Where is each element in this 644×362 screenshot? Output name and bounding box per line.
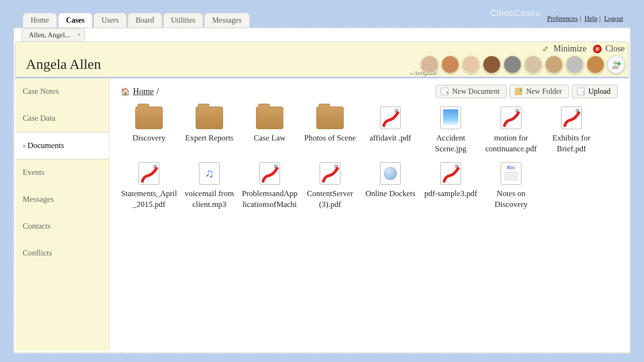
file-label: ProblemsandApplicationsofMachine [241,189,298,210]
folder-item[interactable]: Expert Reports [181,107,238,155]
file-label: ContentServer (3).pdf [302,189,358,210]
file-item[interactable]: AbcNotes on Discovery [483,162,539,210]
sidebar-item-case-notes[interactable]: Case Notes [15,78,109,105]
nav-messages[interactable]: Messages [204,13,249,27]
new-document-icon [441,88,448,95]
avatar[interactable] [482,55,501,74]
file-label: Notes on Discovery [483,189,539,210]
file-label: motion for continuance.pdf [483,133,539,155]
upload-icon [577,88,585,95]
documents-pane: 🏠 Home/ New Document New Folder [109,78,629,351]
folder-icon [316,107,344,129]
avatar[interactable] [545,55,563,74]
upload-button[interactable]: Upload [572,85,618,98]
breadcrumb-home[interactable]: Home [133,87,154,97]
close-button[interactable]: ✕ Close [593,44,625,54]
sidebar-item-case-data[interactable]: Case Data [15,105,109,132]
new-folder-button[interactable]: New Folder [510,85,569,98]
link-preferences[interactable]: Preferences [547,15,578,22]
close-tab-icon[interactable]: × [78,32,81,37]
avatar[interactable] [524,55,543,74]
pdf-icon [561,107,582,129]
image-file-icon [440,107,461,129]
folder-item[interactable]: Case Law [241,107,298,155]
file-label: Exhibits for Brief.pdf [543,133,600,155]
file-label: Photos of Scene [302,133,358,144]
case-sidebar: Case Notes Case Data Documents Events Me… [15,78,109,351]
file-label: Case Law [241,133,298,144]
case-title: Angela Allen [26,56,101,72]
pdf-icon [380,107,401,129]
file-label: pdf-sample3.pdf [422,189,479,199]
file-item[interactable]: ProblemsandApplicationsofMachine [241,162,298,210]
nav-home[interactable]: Home [23,13,57,27]
breadcrumb: 🏠 Home/ [121,87,159,97]
nav-users[interactable]: Users [93,13,126,27]
avatar[interactable] [420,55,439,74]
new-folder-icon [515,88,522,95]
file-grid: DiscoveryExpert ReportsCase LawPhotos of… [121,107,618,210]
app-logo: ClinicCases [490,8,540,18]
pdf-icon [320,162,340,185]
avatar[interactable] [586,55,605,74]
add-user-icon [611,59,621,70]
case-tab[interactable]: Allen, Angel... × [22,28,85,41]
minimize-button[interactable]: ⤢ Minimize [541,44,586,54]
pdf-icon [440,162,461,185]
file-item[interactable]: Accident Scene.jpg [422,107,479,155]
close-icon: ✕ [593,45,602,53]
account-links: Preferences| Help| Logout [545,15,625,23]
file-item[interactable]: Online Dockets [362,162,419,210]
pdf-icon [501,107,521,129]
case-tab-label: Allen, Angel... [29,31,70,39]
folder-icon [135,107,163,129]
assigned-avatars [420,55,626,74]
file-label: affidavit .pdf [362,133,419,144]
folder-item[interactable]: Discovery [121,107,177,155]
file-item[interactable]: pdf-sample3.pdf [422,162,479,210]
file-label: Discovery [121,133,177,144]
folder-icon [256,107,283,129]
text-file-icon: Abc [501,162,521,185]
link-logout[interactable]: Logout [604,15,623,22]
sidebar-item-messages[interactable]: Messages [15,186,109,213]
nav-utilities[interactable]: Utilities [163,13,204,27]
folder-icon [196,107,223,129]
home-icon: 🏠 [121,87,130,96]
sidebar-item-conflicts[interactable]: Conflicts [15,240,109,267]
link-help[interactable]: Help [585,15,597,22]
new-document-button[interactable]: New Document [436,85,507,98]
file-label: voicemail from client.mp3 [181,189,238,210]
sidebar-item-documents[interactable]: Documents [15,132,109,159]
file-item[interactable]: motion for continuance.pdf [483,107,539,155]
file-item[interactable]: Statements_April_2015.pdf [121,162,177,210]
minimize-icon: ⤢ [541,45,550,53]
file-item[interactable]: affidavit .pdf [362,107,419,155]
main-nav: Home Cases Users Board Utilities Message… [23,13,250,27]
avatar[interactable] [565,55,584,74]
add-assignee-button[interactable] [607,55,626,74]
avatar[interactable] [441,55,460,74]
avatar[interactable] [462,55,480,74]
sidebar-item-contacts[interactable]: Contacts [15,213,109,240]
case-header: ⤢ Minimize ✕ Close Angela Allen Assigned… [15,41,629,78]
file-item[interactable]: ContentServer (3).pdf [302,162,358,210]
file-label: Expert Reports [181,133,238,144]
folder-item[interactable]: Photos of Scene [302,107,358,155]
audio-file-icon: ♫ [199,162,220,185]
nav-cases[interactable]: Cases [58,13,92,27]
file-label: Statements_April_2015.pdf [121,189,177,210]
file-item[interactable]: ♫voicemail from client.mp3 [181,162,238,210]
nav-board[interactable]: Board [128,13,162,27]
web-file-icon [380,162,401,185]
file-label: Online Dockets [362,189,419,199]
pdf-icon [259,162,280,185]
avatar[interactable] [503,55,522,74]
file-item[interactable]: Exhibits for Brief.pdf [543,107,600,155]
file-label: Accident Scene.jpg [422,133,479,155]
sidebar-item-events[interactable]: Events [15,159,109,186]
pdf-icon [139,162,159,185]
